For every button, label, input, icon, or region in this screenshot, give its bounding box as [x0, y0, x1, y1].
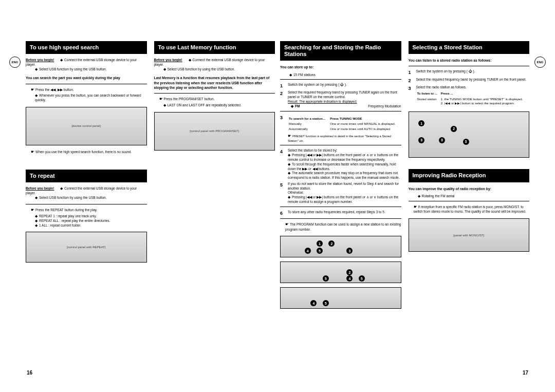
before-item: Select USB function by using the USB but…: [35, 196, 107, 199]
listen-lead: You can listen to a stored radio station…: [409, 58, 530, 63]
preset-note: PRESET function is explained in detail i…: [288, 134, 401, 143]
table-hdr-press: Press TUNING MODE: [329, 116, 401, 121]
last-on-off: LAST ON and LAST OFF are repeatedly sele…: [163, 103, 275, 108]
step-4d: The automatic search procedure may stop …: [288, 171, 400, 179]
repeat-mode: 1 ALL : repeat current folder.: [35, 223, 147, 228]
title-searching-storing: Searching for and Storing the Radio Stat…: [280, 41, 401, 61]
left-col-a: To use high speed search Before you begi…: [26, 41, 147, 377]
press-buttons-line: Press the ◀◀, ▶▶ button.: [31, 87, 147, 93]
panel-illustration-monost: [panel with MONO/ST]: [409, 218, 530, 252]
before-begin-label-2: Before you begin!: [26, 186, 54, 190]
panel-illustration-1: 12453: [280, 236, 401, 257]
title-high-speed-search: To use high speed search: [26, 41, 147, 54]
repeat-mode: REPEAT 1 : repeat play one track only.: [35, 214, 147, 219]
step-2-result: Result: The appropriate indication is di…: [288, 100, 357, 103]
press-program-set: Press the PROGRAM/SET button.: [159, 97, 275, 102]
row-stored: Stored station: [416, 97, 440, 106]
right-col-b: Selecting a Stored Station You can liste…: [409, 41, 530, 377]
left-col-b: To use Last Memory function Before you b…: [154, 41, 275, 377]
sel-step-3: Select the radio station as follows.: [416, 85, 467, 89]
no-sound-note: When you use the high speed search funct…: [31, 150, 147, 155]
device-illustration-3: [control panel with PROGRAM/SET]: [154, 112, 275, 151]
row-manual-desc: One or more times until MANUAL is displa…: [329, 121, 401, 126]
row-auto: Automatically: [288, 126, 329, 132]
sel-step-1: Switch the system on by pressing ( ⏻ ).: [416, 69, 530, 76]
device-illustration-2: [control panel with REPEAT]: [26, 232, 147, 263]
step-5b: Otherwise:: [288, 191, 304, 194]
title-last-memory: To use Last Memory function: [154, 41, 275, 54]
step-1: Switch the system on by pressing ( ⏻ ).: [288, 83, 401, 89]
search-bold-line: You can search the part you want quickly…: [26, 76, 147, 80]
last-memory-desc: Last Memory is a function that resumes p…: [154, 76, 275, 90]
fm-desc: Frequency Modulation: [368, 104, 401, 109]
step-2a: Select the required frequency band by pr…: [288, 90, 397, 99]
repeat-mode: REPEAT ALL : repeat play the entire dire…: [35, 219, 147, 223]
before-begin-label-3: Before you begin!: [154, 58, 182, 62]
step-4c: To scroll through the frequencies faster…: [288, 162, 396, 171]
step-5a: If you do not want to store the station …: [288, 182, 399, 190]
before-item: Select USB function by using the USB but…: [163, 67, 235, 71]
title-repeat: To repeat: [26, 170, 147, 182]
step-4a: Select the station to be stored by:: [288, 148, 337, 152]
language-badge-right: ENG: [534, 57, 546, 68]
hdr-press: Press ...: [440, 91, 529, 96]
step-5c: Pressing |◀◀ or ▶▶| buttons on the front…: [288, 195, 398, 203]
store-up-to: You can store up to:: [280, 65, 401, 69]
right-col-a: Searching for and Storing the Radio Stat…: [280, 41, 401, 377]
fm-label: FM: [291, 104, 300, 108]
before-item: Select USB function by using the USB but…: [35, 67, 107, 71]
mono-st-note: If reception from a specific FM radio st…: [414, 204, 530, 215]
language-badge-left: ENG: [9, 57, 21, 68]
title-selecting-stored: Selecting a Stored Station: [409, 41, 530, 54]
step-6: To store any other radio frequencies req…: [288, 210, 401, 216]
title-improving-reception: Improving Radio Reception: [409, 169, 530, 182]
step-4b: Pressing |◀◀ or ▶▶| buttons on the front…: [288, 153, 398, 161]
row-manual: Manually: [288, 121, 329, 126]
panel-illustration-3: 45: [280, 287, 401, 309]
fm-stations-count: 15 FM stations: [289, 73, 401, 78]
table-hdr-search: To search for a station...: [288, 116, 329, 121]
row-stored-1: 1. the TUNING MODE button until "PRESET"…: [441, 97, 523, 101]
panel-illustration-select: 1 2 3 3 3: [409, 111, 530, 158]
page-number-left: 16: [27, 370, 32, 376]
before-begin-label: Before you begin!: [26, 58, 54, 62]
rotate-aerial: Rotating the FM aerial: [418, 194, 530, 199]
sel-step-2: Select the required frequency band by pr…: [416, 78, 530, 84]
program-note: The PROGRAM function can be used to assi…: [285, 222, 401, 232]
device-illustration-1: [device control panel]: [26, 107, 147, 145]
search-detail: Whenever you press the button, you can s…: [35, 94, 147, 103]
panel-illustration-2: 2545: [280, 262, 401, 283]
page-number-right: 17: [523, 370, 528, 376]
press-repeat: Press the REPEAT button during the play.: [31, 208, 147, 213]
hdr-listen-to: To listen to ...: [416, 91, 440, 96]
improve-lead: You can improve the quality of radio rec…: [409, 186, 530, 191]
row-stored-2: 2. |◀◀ or ▶▶| button to select the requi…: [441, 101, 515, 105]
row-auto-desc: One or more times until AUTO is displaye…: [329, 126, 401, 132]
